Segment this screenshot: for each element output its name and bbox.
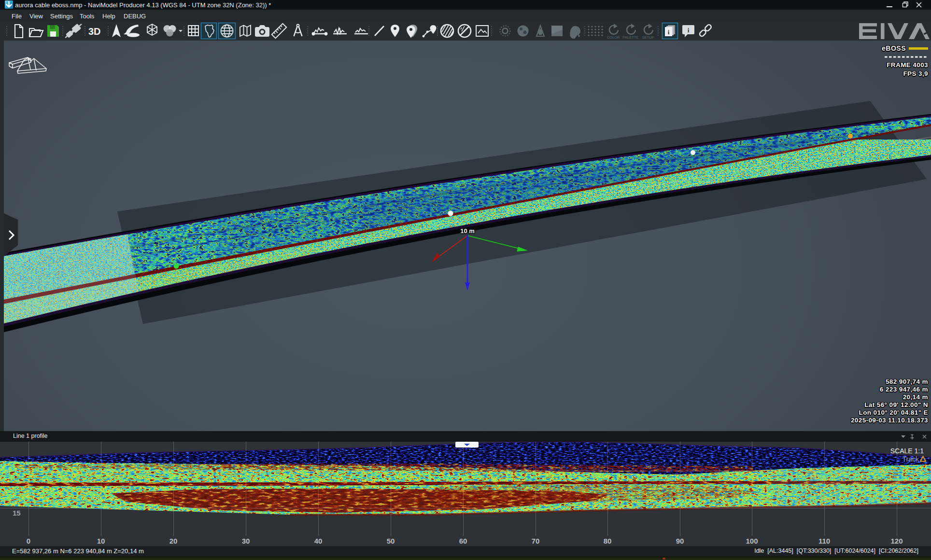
svg-text:COLOR: COLOR xyxy=(607,35,620,40)
svg-text:PALETTE: PALETTE xyxy=(623,35,639,40)
svg-text:SETUP: SETUP xyxy=(642,35,654,40)
svg-text:i: i xyxy=(668,28,670,36)
svg-text:i: i xyxy=(688,27,690,34)
svg-text:3D: 3D xyxy=(88,26,101,37)
